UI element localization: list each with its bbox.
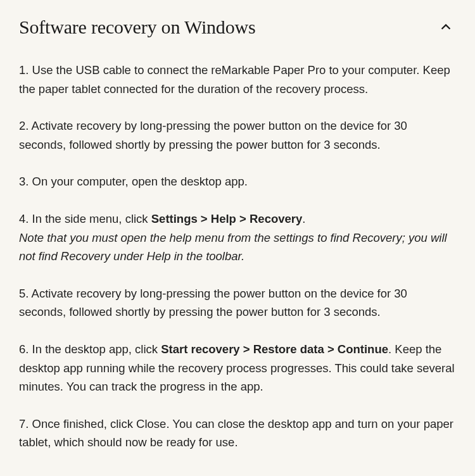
step-7: 7. Once finished, click Close. You can c… <box>19 415 456 452</box>
accordion-content: 1. Use the USB cable to connect the reMa… <box>19 61 456 452</box>
step-4-note: Note that you must open the help menu fr… <box>19 231 447 263</box>
chevron-up-icon <box>438 20 453 35</box>
accordion-title: Software recovery on Windows <box>19 16 255 38</box>
step-6: 6. In the desktop app, click Start recov… <box>19 340 456 396</box>
step-2: 2. Activate recovery by long-pressing th… <box>19 116 456 154</box>
accordion-toggle[interactable]: Software recovery on Windows <box>19 16 456 38</box>
step-1: 1. Use the USB cable to connect the reMa… <box>19 61 456 98</box>
step-4-path: Settings > Help > Recovery <box>151 212 303 225</box>
step-3: 3. On your computer, open the desktop ap… <box>19 172 456 191</box>
step-4-suffix: . <box>302 212 305 225</box>
step-4: 4. In the side menu, click Settings > He… <box>19 210 456 266</box>
step-5: 5. Activate recovery by long-pressing th… <box>19 284 456 322</box>
step-4-text: 4. In the side menu, click <box>19 212 151 225</box>
step-6-text: 6. In the desktop app, click <box>19 342 161 356</box>
step-6-path: Start recovery > Restore data > Continue <box>161 342 388 356</box>
